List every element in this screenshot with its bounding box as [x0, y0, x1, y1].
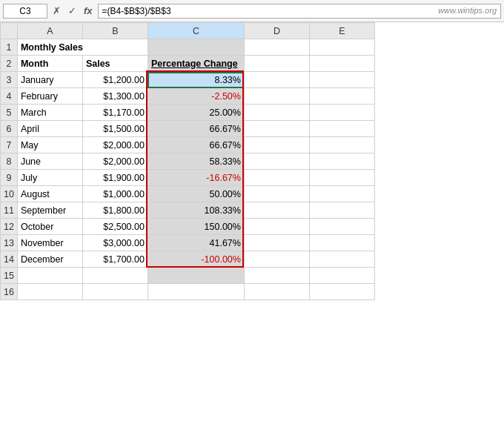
cell-e8[interactable]: [309, 153, 374, 170]
table-row: 10 August $1,000.00 50.00%: [1, 186, 375, 202]
col-header-d[interactable]: D: [244, 23, 309, 39]
cell-b4[interactable]: $1,300.00: [82, 88, 147, 105]
cell-c14[interactable]: -100.00%: [147, 251, 244, 268]
cell-d4[interactable]: [244, 88, 309, 105]
cell-b10[interactable]: $1,000.00: [82, 186, 147, 202]
cell-c8[interactable]: 58.33%: [147, 153, 244, 170]
cell-c4[interactable]: -2.50%: [147, 88, 244, 105]
cell-e16[interactable]: [309, 284, 374, 300]
cell-a8[interactable]: June: [17, 153, 82, 170]
cell-b3[interactable]: $1,200.00: [82, 72, 147, 88]
cell-a3[interactable]: January: [17, 72, 82, 88]
cancel-icon[interactable]: ✗: [50, 5, 63, 16]
row-number: 6: [1, 121, 18, 137]
fx-icon[interactable]: fx: [82, 5, 95, 16]
cell-c13[interactable]: 41.67%: [147, 235, 244, 251]
table-row: 13 November $3,000.00 41.67%: [1, 235, 375, 251]
cell-a5[interactable]: March: [17, 105, 82, 121]
cell-a6[interactable]: April: [17, 121, 82, 137]
cell-d5[interactable]: [244, 105, 309, 121]
cell-b12[interactable]: $2,500.00: [82, 219, 147, 235]
confirm-icon[interactable]: ✓: [66, 5, 79, 16]
cell-c6[interactable]: 66.67%: [147, 121, 244, 137]
row-number: 2: [1, 56, 18, 72]
cell-c12[interactable]: 150.00%: [147, 219, 244, 235]
cell-b15[interactable]: [82, 268, 147, 284]
row-number: 7: [1, 137, 18, 153]
cell-d13[interactable]: [244, 235, 309, 251]
cell-e12[interactable]: [309, 219, 374, 235]
cell-c5[interactable]: 25.00%: [147, 105, 244, 121]
cell-e9[interactable]: [309, 170, 374, 186]
cell-c11[interactable]: 108.33%: [147, 202, 244, 219]
cell-d16[interactable]: [244, 284, 309, 300]
cell-d10[interactable]: [244, 186, 309, 202]
header-pct-change[interactable]: Percentage Change: [147, 56, 244, 72]
cell-a16[interactable]: [17, 284, 82, 300]
cell-c16[interactable]: [147, 284, 244, 300]
cell-c15[interactable]: [147, 268, 244, 284]
corner-header: [1, 23, 18, 39]
formula-buttons: ✗ ✓ fx: [50, 5, 95, 16]
cell-c9[interactable]: -16.67%: [147, 170, 244, 186]
cell-e6[interactable]: [309, 121, 374, 137]
cell-d3[interactable]: [244, 72, 309, 88]
cell-b13[interactable]: $3,000.00: [82, 235, 147, 251]
cell-d6[interactable]: [244, 121, 309, 137]
cell-d2[interactable]: [244, 56, 309, 72]
col-header-b[interactable]: B: [82, 23, 147, 39]
cell-b6[interactable]: $1,500.00: [82, 121, 147, 137]
header-sales[interactable]: Sales: [82, 56, 147, 72]
cell-b8[interactable]: $2,000.00: [82, 153, 147, 170]
cell-b7[interactable]: $2,000.00: [82, 137, 147, 153]
cell-d8[interactable]: [244, 153, 309, 170]
cell-e1[interactable]: [309, 39, 374, 56]
cell-d7[interactable]: [244, 137, 309, 153]
col-header-e[interactable]: E: [309, 23, 374, 39]
cell-e10[interactable]: [309, 186, 374, 202]
cell-a12[interactable]: October: [17, 219, 82, 235]
cell-b14[interactable]: $1,700.00: [82, 251, 147, 268]
cell-b9[interactable]: $1,900.00: [82, 170, 147, 186]
row-number: 13: [1, 235, 18, 251]
cell-e3[interactable]: [309, 72, 374, 88]
col-header-a[interactable]: A: [17, 23, 82, 39]
row-number: 16: [1, 284, 18, 300]
cell-c1[interactable]: [147, 39, 244, 56]
cell-a10[interactable]: August: [17, 186, 82, 202]
cell-c3[interactable]: 8.33%: [147, 72, 244, 88]
grid-wrapper: A B C D E 1 Monthly Sales 2: [0, 22, 504, 430]
cell-a11[interactable]: September: [17, 202, 82, 219]
cell-d14[interactable]: [244, 251, 309, 268]
cell-d9[interactable]: [244, 170, 309, 186]
cell-e13[interactable]: [309, 235, 374, 251]
cell-b5[interactable]: $1,170.00: [82, 105, 147, 121]
cell-d15[interactable]: [244, 268, 309, 284]
cell-reference-box[interactable]: [3, 4, 47, 19]
cell-a15[interactable]: [17, 268, 82, 284]
cell-a13[interactable]: November: [17, 235, 82, 251]
title-cell[interactable]: Monthly Sales: [17, 39, 147, 56]
cell-e11[interactable]: [309, 202, 374, 219]
header-month[interactable]: Month: [17, 56, 82, 72]
row-number: 10: [1, 186, 18, 202]
cell-a14[interactable]: December: [17, 251, 82, 268]
cell-a7[interactable]: May: [17, 137, 82, 153]
cell-d1[interactable]: [244, 39, 309, 56]
cell-a9[interactable]: July: [17, 170, 82, 186]
cell-d11[interactable]: [244, 202, 309, 219]
cell-e2[interactable]: [309, 56, 374, 72]
cell-e7[interactable]: [309, 137, 374, 153]
col-header-c[interactable]: C: [147, 23, 244, 39]
cell-d12[interactable]: [244, 219, 309, 235]
cell-b11[interactable]: $1,800.00: [82, 202, 147, 219]
cell-b16[interactable]: [82, 284, 147, 300]
cell-c7[interactable]: 66.67%: [147, 137, 244, 153]
cell-a4[interactable]: February: [17, 88, 82, 105]
cell-e5[interactable]: [309, 105, 374, 121]
cell-e15[interactable]: [309, 268, 374, 284]
table-row: 1 Monthly Sales: [1, 39, 375, 56]
cell-e4[interactable]: [309, 88, 374, 105]
cell-c10[interactable]: 50.00%: [147, 186, 244, 202]
cell-e14[interactable]: [309, 251, 374, 268]
